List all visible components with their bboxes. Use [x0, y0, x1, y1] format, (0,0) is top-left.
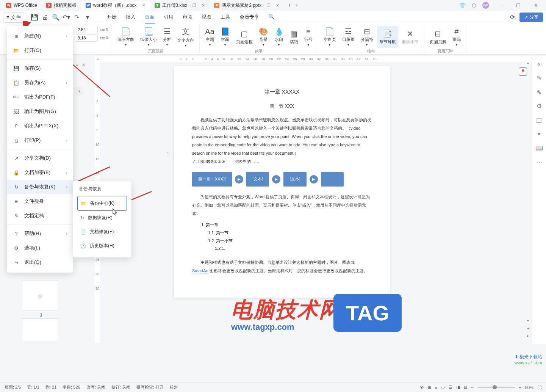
smartart-link[interactable]: SmartArt	[192, 268, 208, 273]
menu-encrypt[interactable]: 🔒文档加密(E)›	[7, 165, 73, 180]
collapse-icon[interactable]: «	[537, 61, 541, 67]
close-tab-icon[interactable]: ✕	[276, 3, 279, 8]
status-overwrite[interactable]: 改写: 关闭	[86, 384, 105, 390]
search-button[interactable]: 🔍	[268, 11, 274, 24]
nav-pane-icon[interactable]: ◨	[456, 385, 460, 390]
menu-exit[interactable]: ↪退出(Q)	[7, 255, 73, 270]
new-tab-button[interactable]: + ▾	[284, 1, 302, 9]
menu-backup-restore[interactable]: ↻备份与恢复(K)›	[7, 180, 73, 194]
zoom-level[interactable]: 80%	[525, 385, 533, 390]
print-layout-icon[interactable]: ≡	[435, 385, 437, 390]
orientation-button[interactable]: 📄纸张方向▾	[115, 26, 136, 48]
status-words[interactable]: 字数: 526	[63, 384, 80, 390]
tab-word-doc[interactable]: W word教程（新）.docx ✕	[81, 1, 150, 10]
menu-export-image[interactable]: 🖼输出为图片(G)	[7, 104, 73, 119]
header-footer-button[interactable]: ⊟页眉页脚	[427, 26, 449, 48]
toc-page-button[interactable]: ☲目录页▾	[340, 26, 357, 48]
submenu-history[interactable]: 🕐历史版本(H)	[77, 239, 127, 253]
settings-icon[interactable]: ⚙	[537, 102, 542, 110]
status-section[interactable]: 节: 1/1	[27, 384, 39, 390]
layers-icon[interactable]: ◫	[536, 116, 542, 124]
tab-excel[interactable]: S 工作簿3.xlsx ❐ ✕	[150, 1, 210, 10]
avatar[interactable]: WP	[482, 2, 489, 9]
status-column[interactable]: 列: 21	[45, 384, 56, 390]
close-tab-icon[interactable]: ✕	[202, 3, 205, 8]
outline-view-icon[interactable]: ☰	[449, 385, 452, 390]
pen-icon[interactable]: ✎	[537, 74, 541, 82]
book-icon[interactable]: 📖	[535, 144, 543, 152]
theme-button[interactable]: Aa主题▾	[203, 26, 216, 48]
status-spell[interactable]: 拼写检查: 打开	[136, 384, 164, 390]
tab-member[interactable]: 会员专享	[239, 11, 259, 24]
minimize-button[interactable]: —	[495, 1, 507, 10]
menu-export-pdf[interactable]: PDF输出为PDF(F)	[7, 90, 73, 104]
menu-options[interactable]: ⚙选项(L)	[7, 241, 73, 255]
paper-size-button[interactable]: 📃纸张大小▾	[138, 26, 159, 48]
menu-file-slim[interactable]: ≡文件瘦身	[7, 194, 73, 209]
status-revise[interactable]: 修订: 关闭	[111, 384, 130, 390]
blank-page-button[interactable]: 📄空白页▾	[321, 26, 338, 48]
new-window-icon[interactable]: ❐	[267, 3, 271, 8]
status-proof[interactable]: 校对	[170, 384, 178, 390]
zoom-fit-icon[interactable]: ⊡	[464, 385, 467, 390]
tab-page[interactable]: 页面	[145, 11, 155, 24]
tab-review[interactable]: 审阅	[183, 11, 192, 24]
close-tab-icon[interactable]: ✕	[142, 3, 145, 8]
zoom-in-button[interactable]: +	[519, 385, 521, 390]
drag-handle-icon[interactable]: ⠿	[167, 152, 170, 157]
page-thumbnail[interactable]	[22, 318, 58, 341]
web-layout-icon[interactable]: ▭	[441, 385, 445, 390]
background-button[interactable]: 🎨背景▾	[257, 26, 271, 48]
zoom-slider[interactable]	[477, 387, 515, 388]
tab-reference[interactable]: 引用	[164, 11, 174, 24]
menu-open[interactable]: 📂打开(O)	[7, 43, 73, 58]
redo-button[interactable]: ↷	[73, 13, 81, 22]
tab-insert[interactable]: 插入	[126, 11, 136, 24]
menu-share-doc[interactable]: ↗分享文档(D)	[7, 151, 73, 165]
prev-page-icon[interactable]: ◂	[527, 326, 529, 330]
reading-view-icon[interactable]: 👁	[420, 385, 424, 390]
tab-templates[interactable]: D 找稻壳模板	[42, 1, 81, 10]
location-pin-button[interactable]: 📍	[519, 67, 527, 76]
submenu-backup-center[interactable]: 📁备份中心(K)	[77, 196, 127, 211]
cube-icon[interactable]: ⬡	[472, 2, 476, 8]
menu-new[interactable]: ⊕新建(N)›	[7, 29, 73, 43]
separator-button[interactable]: ⊟分隔符▾	[358, 26, 375, 48]
zoom-out-button[interactable]: −	[471, 385, 473, 390]
status-page[interactable]: 页面: 2/6	[5, 384, 21, 390]
maximize-button[interactable]: ☐	[513, 1, 524, 10]
scroll-down-icon[interactable]: ▾	[527, 318, 529, 323]
page-number-button[interactable]: #页码▾	[450, 26, 463, 48]
menu-help[interactable]: ?帮助(H)›	[7, 226, 73, 241]
text-direction-button[interactable]: 文文字方向▾	[175, 26, 196, 48]
share-button[interactable]: ↗ 分享	[519, 13, 543, 22]
sync-icon[interactable]: ⟳	[508, 13, 516, 22]
page-border-button[interactable]: ▢页面边框	[234, 26, 255, 48]
cover-button[interactable]: 📘封面▾	[218, 26, 232, 48]
print-button[interactable]: 🖨	[41, 13, 49, 22]
menu-export-pptx[interactable]: P输出为PPTX(X)	[7, 119, 73, 133]
close-button[interactable]: ✕	[530, 1, 541, 10]
horizontal-ruler[interactable]: ⌙ 6 4 2 2 4 6 8 10 12 14 16 18 20 22 24 …	[95, 56, 546, 62]
sparkle-icon[interactable]: ✦	[537, 130, 541, 138]
tab-ppt[interactable]: P 演示文稿素材2.pptx ❐ ✕	[210, 1, 284, 10]
new-window-icon[interactable]: ❐	[192, 3, 196, 8]
skin-icon[interactable]: 👕	[459, 2, 466, 8]
manuscript-button[interactable]: ▦稿纸	[288, 26, 300, 48]
next-page-icon[interactable]: ▸	[527, 334, 529, 338]
page-thumbnail[interactable]: ○	[22, 281, 58, 311]
submenu-data-recovery[interactable]: ↻数据恢复(R)	[77, 211, 127, 225]
document-page[interactable]: 第一章 XXXXX 第一节 XXX 视频提供了功能强大的方法帮助您证明您的观点。…	[174, 66, 390, 298]
submenu-doc-repair[interactable]: 📄文档修复(F)	[77, 225, 127, 239]
save-button[interactable]: 💾	[30, 13, 39, 22]
tab-view[interactable]: 视图	[202, 11, 211, 24]
menu-finalize[interactable]: ✎文档定稿	[7, 209, 73, 223]
more-icon[interactable]: ⋯	[536, 158, 542, 166]
line-numbers-button[interactable]: ≡行号▾	[302, 26, 315, 48]
columns-button[interactable]: ☰分栏▾	[161, 26, 174, 48]
tab-wps-office[interactable]: W WPS Office	[2, 1, 42, 9]
menu-print[interactable]: 🖨打印(P)›	[7, 133, 73, 147]
grid-view-icon[interactable]: ⊞	[428, 385, 431, 390]
menu-save[interactable]: 💾保存(S)	[7, 61, 73, 75]
file-menu-button[interactable]: ≡ 文件	[3, 12, 24, 23]
